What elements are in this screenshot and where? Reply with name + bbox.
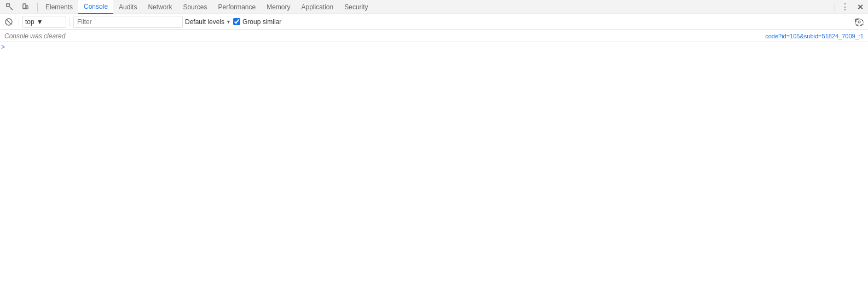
filter-input[interactable] xyxy=(73,16,183,28)
tab-network[interactable]: Network xyxy=(142,0,177,14)
console-source-link[interactable]: code?id=105&subid=51824_7009_:1 xyxy=(765,33,864,39)
svg-rect-2 xyxy=(26,5,28,9)
context-dropdown-arrow-icon: ▼ xyxy=(37,18,43,26)
tab-performance[interactable]: Performance xyxy=(212,0,261,14)
toolbar: top ▼ Default levels ▼ Group similar xyxy=(0,14,868,30)
tab-audits[interactable]: Audits xyxy=(113,0,142,14)
context-value: top xyxy=(25,18,34,26)
default-levels-arrow-icon: ▼ xyxy=(226,19,231,25)
console-cleared-row: Console was cleared code?id=105&subid=51… xyxy=(0,31,868,42)
settings-gear-icon[interactable] xyxy=(853,15,866,28)
toolbar-right xyxy=(853,15,866,28)
group-similar-label[interactable]: Group similar xyxy=(233,18,281,26)
left-icons xyxy=(2,1,33,14)
svg-rect-0 xyxy=(7,4,9,7)
svg-line-5 xyxy=(7,19,11,24)
console-prompt-row: > xyxy=(0,42,868,53)
tab-console[interactable]: Console xyxy=(78,0,113,14)
toolbar-separator-2 xyxy=(70,18,70,26)
tab-separator-2 xyxy=(835,3,835,11)
clear-console-btn[interactable] xyxy=(2,15,15,28)
tab-elements[interactable]: Elements xyxy=(40,0,78,14)
tab-application[interactable]: Application xyxy=(296,0,339,14)
prompt-arrow-icon: > xyxy=(1,43,5,51)
tab-memory[interactable]: Memory xyxy=(261,0,296,14)
console-output: Console was cleared code?id=105&subid=51… xyxy=(0,30,868,300)
inspect-icon-btn[interactable] xyxy=(2,1,18,14)
main-content: top ▼ Default levels ▼ Group similar Con… xyxy=(0,14,868,300)
more-options-icon[interactable]: ⋮ xyxy=(837,2,853,12)
tab-security[interactable]: Security xyxy=(339,0,373,14)
context-dropdown[interactable]: top ▼ xyxy=(22,16,66,28)
default-levels-btn[interactable]: Default levels ▼ xyxy=(185,18,231,26)
svg-point-3 xyxy=(24,8,24,8)
tab-bar-right: ⋮ ✕ xyxy=(832,2,868,12)
console-cleared-text: Console was cleared xyxy=(4,32,65,40)
tab-separator-1 xyxy=(37,3,38,11)
tab-sources[interactable]: Sources xyxy=(177,0,212,14)
tab-bar: Elements Console Audits Network Sources … xyxy=(0,0,868,14)
group-similar-checkbox[interactable] xyxy=(233,18,240,25)
console-prompt-input[interactable] xyxy=(6,43,867,51)
close-devtools-icon[interactable]: ✕ xyxy=(853,3,868,11)
mobile-icon-btn[interactable] xyxy=(18,1,33,14)
group-similar-text: Group similar xyxy=(242,18,281,26)
default-levels-label: Default levels xyxy=(185,18,224,26)
toolbar-separator-1 xyxy=(19,18,19,26)
